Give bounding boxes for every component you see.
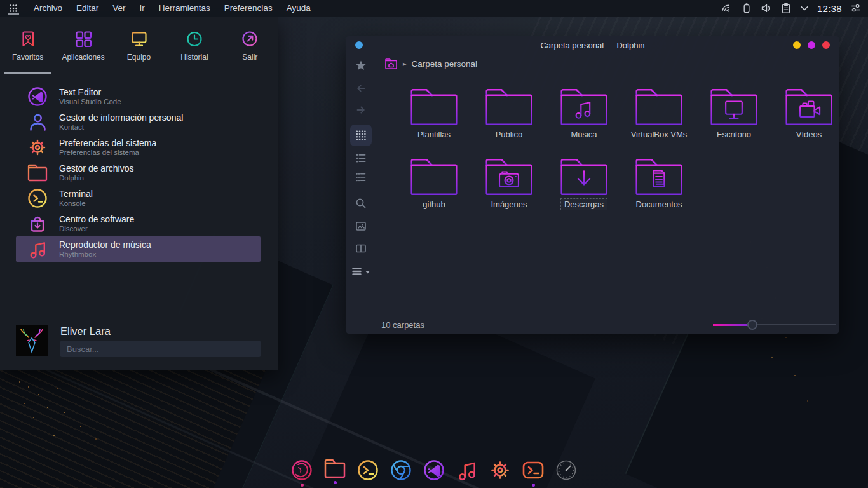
app-row-text-editor[interactable]: Text Editor Visual Studio Code [16,84,261,109]
chevron-down-icon[interactable] [800,4,809,13]
favorites-bookmark-heart-icon [18,29,37,48]
close-button[interactable] [822,41,830,49]
list-view-icon[interactable] [355,152,367,164]
split-view-icon[interactable] [355,243,367,254]
user-avatar[interactable] [16,325,48,356]
sliders-icon[interactable] [850,3,862,14]
menu-herramientas[interactable]: Herramientas [152,0,217,17]
app-title: Preferencias del sistema [59,138,156,148]
apps-grid-icon [74,29,93,48]
folder-descargas[interactable]: Descargas [546,157,621,213]
history-clock-icon [185,29,204,48]
download-arrow-emblem [578,171,590,184]
folder-label-selected: Descargas [560,198,607,210]
zoom-slider[interactable] [713,320,836,330]
photo-camera-emblem [499,172,519,187]
minimize-button[interactable] [793,41,801,49]
wifi-icon[interactable] [721,3,733,15]
bookmark-star-icon[interactable] [355,60,367,71]
back-arrow-icon[interactable] [355,83,367,94]
divider [16,318,261,318]
tab-aplicaciones[interactable]: Aplicaciones [55,17,111,74]
folder-musica[interactable]: Música [546,87,621,143]
app-row-dolphin[interactable]: Gestor de archivos Dolphin [16,160,261,186]
home-folder-icon[interactable] [384,58,398,70]
app-row-rhythmbox[interactable]: Reproductor de música Rhythmbox [16,236,261,262]
menu-ir[interactable]: Ir [133,0,152,17]
tab-salir[interactable]: Salir [222,17,278,74]
statusbar: 10 carpetas [346,316,839,334]
breadcrumb-label[interactable]: Carpeta personal [412,59,478,69]
details-view-icon[interactable] [355,172,367,183]
search-icon[interactable] [355,198,367,209]
dock-rhythmbox[interactable] [454,458,480,487]
folder-plantillas[interactable]: Plantillas [397,87,471,143]
app-subtitle: Visual Studio Code [59,97,121,106]
menu-bar: Archivo Editar Ver Ir Herramientas Prefe… [27,0,318,17]
clock[interactable]: 12:38 [817,3,842,14]
menu-archivo[interactable]: Archivo [27,0,69,17]
slider-handle[interactable] [747,320,757,330]
breadcrumb-separator: ▸ [403,60,407,68]
preview-icon[interactable] [355,220,367,232]
tab-label: Aplicaciones [62,53,104,62]
titlebar[interactable]: Carpeta personal — Dolphin [346,36,839,54]
menu-ver[interactable]: Ver [105,0,132,17]
folder-publico[interactable]: Público [471,87,546,143]
dock-firefox[interactable] [289,458,315,487]
app-row-discover[interactable]: Centro de software Discover [16,211,261,236]
tab-favoritos[interactable]: Favoritos [0,17,55,74]
vscode-icon [27,86,48,107]
folder-label: Plantillas [414,128,454,140]
folder-github[interactable]: github [397,157,471,213]
folder-escritorio[interactable]: Escritorio [696,87,771,143]
app-subtitle: Rhythmbox [59,250,151,259]
music-note-icon [27,238,48,260]
app-title: Terminal [59,189,93,199]
menu-ayuda[interactable]: Ayuda [280,0,318,17]
computer-monitor-icon [130,29,149,48]
forward-arrow-icon[interactable] [355,104,367,116]
battery-icon[interactable] [741,3,752,14]
leave-arrow-icon [240,29,259,48]
clipboard-icon[interactable] [780,3,792,14]
dock-vscode[interactable] [421,458,447,487]
maximize-button[interactable] [808,41,815,49]
app-title: Gestor de información personal [59,112,183,123]
grid-view-icon[interactable] [350,125,372,146]
app-row-kontact[interactable]: Gestor de información personal Kontact [16,109,261,135]
app-grid-icon[interactable] [6,2,20,15]
volume-icon[interactable] [761,3,772,14]
menu-hamburger-icon[interactable] [351,266,370,277]
folder-documentos[interactable]: Documentos [621,157,696,213]
folder-virtualbox-vms[interactable]: VirtualBox VMs [621,87,696,143]
folder-icon [27,163,48,182]
dock-files[interactable] [322,458,348,487]
folder-imagenes[interactable]: Imágenes [471,157,546,213]
folder-label: github [419,198,449,210]
app-row-preferencias[interactable]: Preferencias del sistema Preferencias de… [16,135,261,160]
folder-label: Escritorio [713,128,755,140]
dock-chrome[interactable] [388,458,414,487]
folder-label: Música [567,128,600,140]
music-note-emblem [576,102,590,118]
dock-clock-compass[interactable] [553,458,579,487]
breadcrumb[interactable]: ▸ Carpeta personal [384,56,477,71]
window-title: Carpeta personal — Dolphin [346,41,839,50]
tab-historial[interactable]: Historial [166,17,222,74]
menu-editar[interactable]: Editar [69,0,105,17]
folder-label: VirtualBox VMs [627,128,691,140]
app-row-konsole[interactable]: Terminal Konsole [16,186,261,211]
window-controls [793,41,830,49]
dock-terminal-box[interactable] [520,458,546,487]
dock-konsole[interactable] [355,458,381,487]
tab-equipo[interactable]: Equipo [111,17,166,74]
user-area: Eliver Lara [16,325,261,357]
dock-settings[interactable] [487,458,513,487]
folder-label: Documentos [632,198,686,210]
app-subtitle: Discover [59,224,134,233]
search-input[interactable] [60,341,261,357]
folder-grid: Plantillas Público [397,87,846,213]
menu-preferencias[interactable]: Preferencias [217,0,280,17]
folder-videos[interactable]: Vídeos [771,87,846,143]
